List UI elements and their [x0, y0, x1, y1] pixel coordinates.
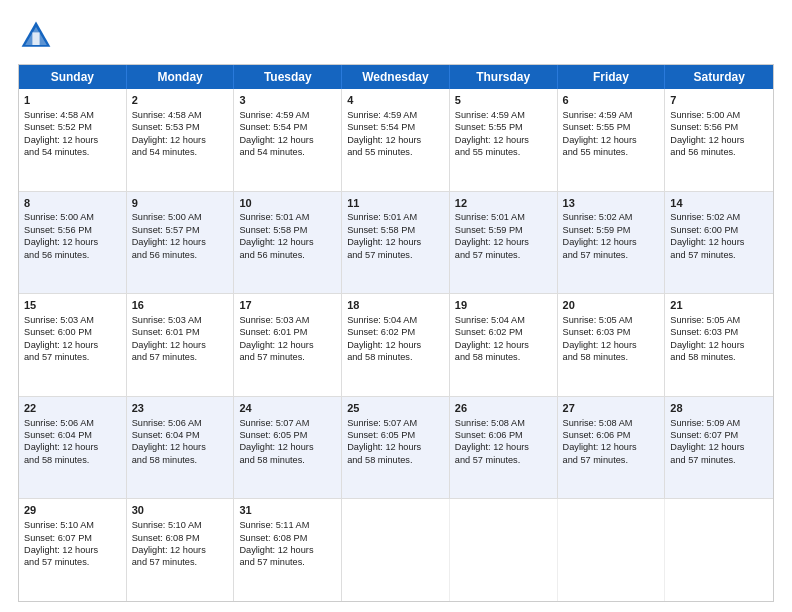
day-info-line: Daylight: 12 hours [455, 441, 552, 453]
header-day-friday: Friday [558, 65, 666, 89]
day-cell-21: 21Sunrise: 5:05 AMSunset: 6:03 PMDayligh… [665, 294, 773, 396]
day-info-line: Sunset: 6:08 PM [239, 532, 336, 544]
day-info-line: Sunrise: 5:10 AM [132, 519, 229, 531]
empty-cell [558, 499, 666, 601]
day-info-line: Sunset: 5:59 PM [563, 224, 660, 236]
logo [18, 18, 60, 54]
day-number: 8 [24, 196, 121, 211]
day-info-line: Sunset: 5:55 PM [455, 121, 552, 133]
day-info-line: and 57 minutes. [132, 351, 229, 363]
day-info-line: and 58 minutes. [455, 351, 552, 363]
day-info-line: and 58 minutes. [670, 351, 768, 363]
day-info-line: Sunrise: 5:05 AM [563, 314, 660, 326]
day-number: 16 [132, 298, 229, 313]
day-info-line: and 57 minutes. [239, 556, 336, 568]
day-info-line: Sunset: 5:56 PM [670, 121, 768, 133]
day-info-line: Sunset: 6:05 PM [239, 429, 336, 441]
header-day-sunday: Sunday [19, 65, 127, 89]
day-info-line: Sunset: 5:58 PM [347, 224, 444, 236]
day-cell-14: 14Sunrise: 5:02 AMSunset: 6:00 PMDayligh… [665, 192, 773, 294]
day-info-line: and 57 minutes. [24, 351, 121, 363]
day-info-line: Daylight: 12 hours [455, 134, 552, 146]
day-info-line: Daylight: 12 hours [24, 134, 121, 146]
day-info-line: and 57 minutes. [455, 454, 552, 466]
day-info-line: and 54 minutes. [132, 146, 229, 158]
day-info-line: Daylight: 12 hours [455, 339, 552, 351]
day-cell-15: 15Sunrise: 5:03 AMSunset: 6:00 PMDayligh… [19, 294, 127, 396]
day-cell-25: 25Sunrise: 5:07 AMSunset: 6:05 PMDayligh… [342, 397, 450, 499]
empty-cell [342, 499, 450, 601]
calendar-row-1: 8Sunrise: 5:00 AMSunset: 5:56 PMDaylight… [19, 191, 773, 294]
day-info-line: Daylight: 12 hours [347, 134, 444, 146]
day-info-line: Sunrise: 5:10 AM [24, 519, 121, 531]
day-info-line: Daylight: 12 hours [670, 134, 768, 146]
day-info-line: Daylight: 12 hours [24, 544, 121, 556]
day-info-line: Daylight: 12 hours [132, 236, 229, 248]
day-info-line: Sunrise: 5:00 AM [132, 211, 229, 223]
day-cell-12: 12Sunrise: 5:01 AMSunset: 5:59 PMDayligh… [450, 192, 558, 294]
day-info-line: and 57 minutes. [670, 249, 768, 261]
day-number: 15 [24, 298, 121, 313]
day-info-line: and 57 minutes. [24, 556, 121, 568]
day-number: 4 [347, 93, 444, 108]
day-info-line: Sunset: 5:53 PM [132, 121, 229, 133]
day-cell-20: 20Sunrise: 5:05 AMSunset: 6:03 PMDayligh… [558, 294, 666, 396]
day-info-line: Sunrise: 5:02 AM [670, 211, 768, 223]
day-cell-13: 13Sunrise: 5:02 AMSunset: 5:59 PMDayligh… [558, 192, 666, 294]
day-info-line: Sunrise: 5:07 AM [347, 417, 444, 429]
day-info-line: Daylight: 12 hours [239, 544, 336, 556]
day-info-line: Sunrise: 5:01 AM [455, 211, 552, 223]
day-info-line: Sunrise: 5:01 AM [239, 211, 336, 223]
day-info-line: Sunrise: 4:59 AM [239, 109, 336, 121]
day-info-line: Daylight: 12 hours [347, 441, 444, 453]
day-cell-27: 27Sunrise: 5:08 AMSunset: 6:06 PMDayligh… [558, 397, 666, 499]
empty-cell [450, 499, 558, 601]
calendar-row-4: 29Sunrise: 5:10 AMSunset: 6:07 PMDayligh… [19, 498, 773, 601]
day-cell-29: 29Sunrise: 5:10 AMSunset: 6:07 PMDayligh… [19, 499, 127, 601]
day-cell-11: 11Sunrise: 5:01 AMSunset: 5:58 PMDayligh… [342, 192, 450, 294]
day-number: 21 [670, 298, 768, 313]
day-info-line: Sunrise: 5:06 AM [132, 417, 229, 429]
day-info-line: Sunrise: 5:00 AM [24, 211, 121, 223]
day-info-line: and 56 minutes. [132, 249, 229, 261]
day-info-line: and 55 minutes. [563, 146, 660, 158]
day-info-line: Sunrise: 5:01 AM [347, 211, 444, 223]
day-info-line: Sunrise: 4:59 AM [455, 109, 552, 121]
day-info-line: Sunset: 6:07 PM [24, 532, 121, 544]
day-info-line: Daylight: 12 hours [24, 339, 121, 351]
day-info-line: Sunset: 5:54 PM [239, 121, 336, 133]
day-number: 3 [239, 93, 336, 108]
day-number: 7 [670, 93, 768, 108]
day-number: 24 [239, 401, 336, 416]
day-info-line: Daylight: 12 hours [24, 441, 121, 453]
day-number: 18 [347, 298, 444, 313]
day-info-line: Daylight: 12 hours [670, 339, 768, 351]
day-number: 23 [132, 401, 229, 416]
day-info-line: Daylight: 12 hours [132, 441, 229, 453]
day-number: 17 [239, 298, 336, 313]
day-info-line: Sunset: 6:03 PM [563, 326, 660, 338]
day-number: 29 [24, 503, 121, 518]
day-info-line: Sunrise: 5:11 AM [239, 519, 336, 531]
day-number: 28 [670, 401, 768, 416]
day-info-line: Sunset: 5:59 PM [455, 224, 552, 236]
day-info-line: Daylight: 12 hours [670, 441, 768, 453]
day-info-line: Sunset: 6:06 PM [455, 429, 552, 441]
day-info-line: Sunrise: 5:03 AM [239, 314, 336, 326]
day-info-line: and 57 minutes. [347, 249, 444, 261]
day-info-line: Sunset: 5:54 PM [347, 121, 444, 133]
day-info-line: and 56 minutes. [670, 146, 768, 158]
day-info-line: Sunrise: 5:06 AM [24, 417, 121, 429]
empty-cell [665, 499, 773, 601]
day-info-line: Sunset: 6:08 PM [132, 532, 229, 544]
calendar-row-2: 15Sunrise: 5:03 AMSunset: 6:00 PMDayligh… [19, 293, 773, 396]
day-info-line: Sunset: 6:07 PM [670, 429, 768, 441]
calendar-row-3: 22Sunrise: 5:06 AMSunset: 6:04 PMDayligh… [19, 396, 773, 499]
header-day-monday: Monday [127, 65, 235, 89]
day-info-line: Sunrise: 5:07 AM [239, 417, 336, 429]
day-cell-6: 6Sunrise: 4:59 AMSunset: 5:55 PMDaylight… [558, 89, 666, 191]
day-number: 31 [239, 503, 336, 518]
day-info-line: Sunrise: 5:04 AM [455, 314, 552, 326]
day-cell-3: 3Sunrise: 4:59 AMSunset: 5:54 PMDaylight… [234, 89, 342, 191]
day-info-line: and 55 minutes. [455, 146, 552, 158]
